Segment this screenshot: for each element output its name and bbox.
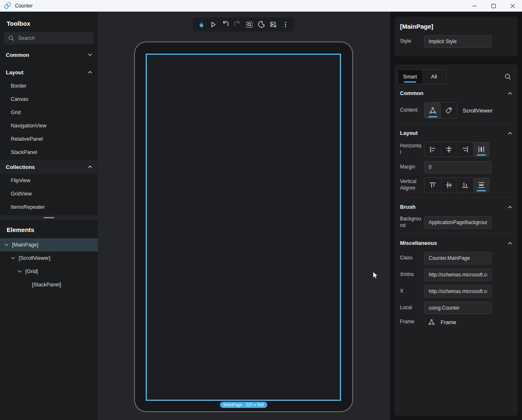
tree-item-stackpanel[interactable]: [StackPanel] [0,278,98,291]
toolbox-item-itemsrepeater[interactable]: ItemsRepeater [0,200,98,214]
toolbox-search-input[interactable] [18,35,90,41]
theme-moon-icon[interactable] [257,20,266,29]
xmlns-input[interactable] [424,269,492,281]
undo-icon[interactable] [221,20,230,29]
element-icon [428,318,435,326]
selection-header-card: [MainPage] Style [394,17,518,56]
align-right-button[interactable] [457,142,473,156]
minimize-button[interactable] [465,0,484,12]
local-label: Local [400,305,422,311]
app-window: Counter Toolbox Common [0,0,522,420]
chevron-down-icon[interactable] [3,244,9,246]
align-left-button[interactable] [424,142,441,156]
toolbox-title: Toolbox [0,12,98,32]
page-design-surface[interactable] [146,54,341,400]
toolbox-item-gridview[interactable]: GridView [0,187,98,200]
toolbox-item-relativepanel[interactable]: RelativePanel [0,132,98,146]
app-logo-icon [4,2,12,10]
content-property-row: Content [394,102,518,119]
content-mode-toggle [424,102,457,119]
tree-item-label: [MainPage] [12,242,38,248]
tab-all[interactable]: All [422,70,446,84]
tree-item-grid[interactable]: [Grid] [0,265,98,278]
toolbox-item-navigationview[interactable]: NavigationView [0,119,98,132]
tree-item-label: [StackPanel] [32,282,61,288]
align-top-button[interactable] [424,178,441,192]
maximize-button[interactable] [484,0,503,12]
tag-mode-button[interactable] [441,103,457,118]
splitter-handle-icon [44,217,54,218]
section-label: Common [6,52,29,58]
class-input[interactable] [424,252,492,264]
align-bottom-button[interactable] [457,178,473,192]
section-common-header[interactable]: Common [394,84,518,98]
tree-item-scrollviewer[interactable]: [ScrollViewer] [0,252,98,265]
frame-label: Frame [400,319,422,325]
chevron-down-icon[interactable] [10,257,16,259]
item-label: ItemsRepeater [11,204,45,210]
panel-splitter[interactable] [0,215,98,220]
hot-reload-flame-icon[interactable] [197,20,206,29]
play-icon[interactable] [209,20,218,29]
chevron-up-icon [508,132,512,134]
align-center-vertical-button[interactable] [441,178,457,192]
class-row: Class [394,252,518,264]
redo-icon[interactable] [233,20,242,29]
margin-row: Margin [394,161,518,173]
background-label: Background [400,216,422,229]
section-label: Layout [6,69,24,76]
toolbox-search[interactable] [4,32,94,44]
item-label: Border [11,83,27,89]
class-label: Class [400,255,422,261]
section-brush-header[interactable]: Brush [394,198,518,212]
tab-smart[interactable]: Smart [398,70,422,84]
style-input[interactable] [424,35,492,48]
x-input[interactable] [424,285,492,298]
toolbox-item-flipview[interactable]: FlipView [0,174,98,187]
local-row: Local [394,302,518,314]
background-input[interactable] [424,216,492,229]
properties-card: Smart All Common Content [394,64,518,416]
horizontal-alignment-group [424,142,490,157]
mouse-cursor [371,271,380,280]
style-label: Style [400,38,422,45]
toolbox-item-grid[interactable]: Grid [0,106,98,119]
element-icon [429,106,437,115]
toolbox-section-collections[interactable]: Collections [0,160,98,174]
selected-element-title: [MainPage] [394,17,518,30]
margin-input[interactable] [424,161,492,173]
stretch-horizontal-button[interactable] [473,142,489,156]
more-options-icon[interactable] [281,20,290,29]
chevron-up-icon [508,242,512,244]
window-title: Counter [15,3,33,9]
toolbox-section-layout[interactable]: Layout [0,65,98,79]
align-center-horizontal-button[interactable] [441,142,457,156]
local-input[interactable] [424,302,492,314]
title-bar: Counter [0,0,522,12]
vertical-alignment-group [424,178,490,193]
page-size-badge[interactable]: MainPage - 320 x 568 [220,402,267,408]
close-button[interactable] [503,0,522,12]
stretch-vertical-button[interactable] [473,178,489,192]
toolbox-item-stackpanel[interactable]: StackPanel [0,146,98,159]
tree-item-mainpage[interactable]: [MainPage] [0,238,98,252]
toolbox-item-border[interactable]: Border [0,79,98,93]
properties-tabs-row: Smart All [394,64,518,84]
section-label: Brush [400,204,416,210]
chevron-down-icon[interactable] [17,270,22,273]
section-miscellaneous-header[interactable]: Miscellaneous [394,234,518,248]
toolbox-section-common[interactable]: Common [0,48,98,62]
elements-title: Elements [0,220,98,238]
properties-search-icon[interactable] [505,73,511,80]
tree-item-label: [Grid] [25,269,38,274]
zoom-region-icon[interactable] [245,20,254,29]
section-label: Collections [6,164,35,170]
element-mode-button[interactable] [424,103,441,118]
frame-value[interactable]: Frame [441,319,456,325]
connection-status-ok-icon[interactable] [269,20,278,29]
item-label: RelativePanel [11,136,43,142]
content-value[interactable]: ScrollViewer [463,107,493,114]
toolbox-item-canvas[interactable]: Canvas [0,93,98,106]
design-canvas[interactable]: MainPage - 320 x 568 [98,12,390,420]
section-layout-header[interactable]: Layout [394,124,518,138]
